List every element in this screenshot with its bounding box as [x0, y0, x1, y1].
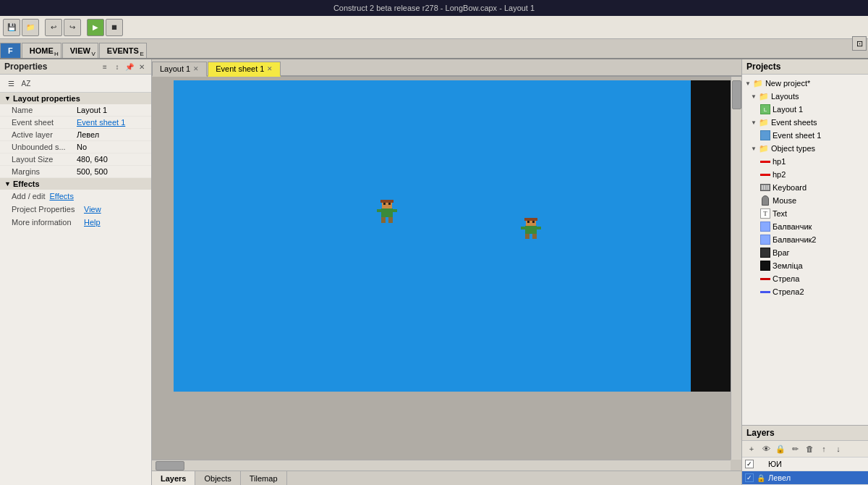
layouts-arrow-icon: ▼ — [751, 93, 757, 100]
objecttypes-arrow-icon: ▼ — [751, 146, 757, 152]
toolbar-undo[interactable]: ↩ — [45, 19, 62, 36]
more-info-link[interactable]: Help — [84, 218, 101, 227]
tree-text[interactable]: T Text — [742, 207, 868, 220]
tree-mouse[interactable]: Mouse — [742, 194, 868, 207]
layer-level-label: Левел — [768, 473, 791, 482]
layer-ui[interactable]: ✓ ЮИ — [742, 457, 868, 471]
prop-layoutsize-row[interactable]: Layout Size 480, 640 — [0, 153, 151, 166]
projects-header: Projects — [742, 59, 868, 75]
toolbar-stop[interactable]: ⏹ — [106, 19, 123, 36]
prop-margins-value: 500, 500 — [77, 167, 108, 176]
more-info-row: More information Help — [0, 216, 151, 229]
tree-balvanchik[interactable]: Балванчик — [742, 220, 868, 233]
tree-strela2[interactable]: Стрела2 — [742, 285, 868, 298]
toolbar-open[interactable]: 📁 — [22, 19, 39, 36]
layouts-folder-icon: 📁 — [758, 90, 770, 102]
layer-visibility-btn[interactable]: 👁 — [760, 442, 773, 455]
props-list-icon[interactable]: ☰ — [4, 77, 17, 90]
tab-layout1-close[interactable]: ✕ — [193, 65, 199, 72]
layer-edit-btn[interactable]: ✏ — [788, 442, 801, 455]
project-props-link[interactable]: View — [84, 205, 101, 214]
layer-lock-btn[interactable]: 🔒 — [774, 442, 787, 455]
scrollbar-thumb-h[interactable] — [156, 461, 184, 471]
eventsheets-arrow-icon: ▼ — [751, 119, 757, 126]
tree-layouts-folder[interactable]: ▼ 📁 Layouts — [742, 90, 868, 103]
eventsheet1-icon — [760, 130, 771, 141]
editor-tabs: Layout 1 ✕ Event sheet 1 ✕ — [152, 59, 741, 77]
eventsheets-folder-icon: 📁 — [758, 117, 770, 128]
tree-hp2[interactable]: hp2 — [742, 168, 868, 181]
project-props-row: Project Properties View — [0, 203, 151, 216]
tab-events[interactable]: EVENTSE — [99, 43, 147, 58]
bottom-tab-layers[interactable]: Layers — [152, 471, 195, 485]
props-pin-icon[interactable]: 📌 — [124, 62, 135, 72]
scroll-corner — [731, 460, 741, 471]
balvanchik2-icon — [760, 234, 771, 245]
prop-activelayer-row: Active layer Левел — [0, 129, 151, 141]
prop-name-label: Name — [12, 106, 77, 114]
tree-eventsheets-folder[interactable]: ▼ 📁 Event sheets — [742, 116, 868, 129]
layout1-icon: L — [760, 104, 771, 115]
tab-home[interactable]: HOMEH — [22, 43, 61, 58]
props-close-icon[interactable]: ✕ — [137, 62, 147, 72]
effects-link[interactable]: Effects — [49, 192, 73, 201]
bottom-tab-objects[interactable]: Objects — [195, 471, 240, 485]
tree-balvanchik2[interactable]: Балванчик2 — [742, 233, 868, 246]
root-arrow-icon: ▼ — [745, 80, 751, 87]
tree-vrag[interactable]: Враг — [742, 246, 868, 259]
scrollbar-horizontal[interactable] — [152, 460, 731, 471]
tree-layout1[interactable]: L Layout 1 — [742, 103, 868, 116]
projects-tree: ▼ 📁 New project* ▼ 📁 Layouts L Layout 1 … — [742, 75, 868, 425]
layer-add-btn[interactable]: + — [745, 442, 758, 455]
layer-level-check[interactable]: ✓ — [745, 473, 754, 482]
character2 — [521, 218, 541, 241]
mouse-icon — [760, 195, 771, 206]
layer-ui-check[interactable]: ✓ — [745, 460, 754, 468]
canvas-container[interactable] — [152, 77, 741, 471]
tab-f[interactable]: F — [0, 43, 21, 58]
props-sort-icon[interactable]: ≡ — [100, 62, 110, 72]
tree-zemlitsa[interactable]: Земліца — [742, 259, 868, 272]
tab-eventsheet1[interactable]: Event sheet 1 ✕ — [208, 62, 281, 77]
tree-keyboard[interactable]: Keyboard — [742, 181, 868, 194]
layer-level[interactable]: ✓ 🔒 Левел — [742, 471, 868, 485]
layer-up-btn[interactable]: ↑ — [817, 442, 830, 455]
section-effects-header[interactable]: ▼ Effects — [0, 178, 151, 190]
layer-down-btn[interactable]: ↓ — [832, 442, 845, 455]
prop-eventsheet-value[interactable]: Event sheet 1 — [77, 118, 125, 127]
strela2-icon — [760, 286, 771, 298]
toolbar-run[interactable]: ▶ — [87, 19, 104, 36]
scrollbar-vertical[interactable] — [731, 77, 741, 460]
props-sort-az-icon[interactable]: AZ — [20, 77, 33, 90]
svg-rect-2 — [383, 203, 386, 205]
layers-title: Layers — [746, 428, 775, 438]
tab-layout1[interactable]: Layout 1 ✕ — [152, 62, 207, 77]
props-az-icon[interactable]: ↕ — [112, 62, 122, 72]
bottom-tab-tilemap[interactable]: Tilemap — [241, 471, 287, 485]
tree-objecttypes-folder[interactable]: ▼ 📁 Object types — [742, 142, 868, 155]
svg-rect-7 — [381, 217, 386, 223]
toolbar-redo[interactable]: ↪ — [64, 19, 81, 36]
tree-eventsheet1[interactable]: Event sheet 1 — [742, 129, 868, 142]
prop-margins-row[interactable]: Margins 500, 500 — [0, 166, 151, 178]
svg-rect-4 — [381, 208, 393, 217]
svg-rect-15 — [537, 227, 541, 229]
tree-hp1[interactable]: hp1 — [742, 155, 868, 168]
tree-root[interactable]: ▼ 📁 New project* — [742, 77, 868, 90]
game-canvas[interactable] — [174, 80, 731, 392]
toolbar-save[interactable]: 💾 — [3, 19, 20, 36]
svg-rect-8 — [388, 217, 393, 223]
title-text: Construct 2 beta release r278 - LongBow.… — [333, 4, 535, 12]
tab-eventsheet1-close[interactable]: ✕ — [267, 65, 273, 72]
zemlitsa-label: Земліца — [773, 261, 803, 270]
app-maximize-button[interactable]: ⊡ — [852, 36, 867, 51]
layer-delete-btn[interactable]: 🗑 — [803, 442, 816, 455]
svg-rect-6 — [393, 209, 397, 212]
tree-strela[interactable]: Стрела — [742, 272, 868, 285]
tab-view[interactable]: VIEWV — [62, 43, 98, 58]
black-bar-right — [691, 80, 731, 392]
section-layout-header[interactable]: ▼ Layout properties — [0, 93, 151, 104]
scrollbar-thumb-v[interactable] — [732, 80, 741, 109]
editor-area: Layout 1 ✕ Event sheet 1 ✕ — [152, 59, 741, 485]
hp1-icon — [760, 156, 771, 167]
